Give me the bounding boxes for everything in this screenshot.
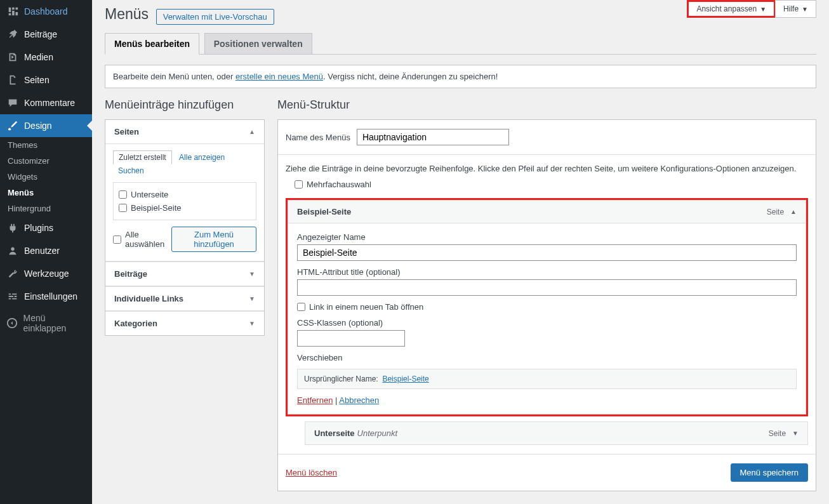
menu-item-unterseite: UnterseiteUnterpunkt Seite▼ bbox=[305, 421, 808, 445]
sidebar-item-pages[interactable]: Seiten bbox=[0, 69, 92, 91]
tab-manage-positions[interactable]: Positionen verwalten bbox=[204, 33, 312, 54]
add-to-menu-button[interactable]: Zum Menü hinzufügen bbox=[171, 227, 256, 252]
drag-instruction: Ziehe die Einträge in deine bevorzugte R… bbox=[286, 164, 808, 173]
caret-down-icon: ▼ bbox=[802, 6, 808, 13]
title-attr-label: HTML-Attribut title (optional) bbox=[297, 267, 797, 277]
sidebar-sub-themes[interactable]: Themes bbox=[0, 137, 92, 153]
sidebar-item-plugins[interactable]: Plugins bbox=[0, 216, 92, 239]
caret-down-icon: ▼ bbox=[249, 270, 255, 277]
label: Beiträge bbox=[24, 29, 57, 39]
tab-search[interactable]: Suchen bbox=[113, 164, 149, 177]
wrench-icon bbox=[6, 267, 19, 280]
main-content: Ansicht anpassen▼ Hilfe▼ Menüs Verwalten… bbox=[92, 0, 829, 504]
accordion-categories-header[interactable]: Kategorien▼ bbox=[105, 311, 264, 335]
label: Kommentare bbox=[24, 98, 75, 108]
menu-name-label: Name des Menüs bbox=[286, 133, 350, 142]
sidebar-collapse[interactable]: Menü einklappen bbox=[0, 308, 92, 338]
caret-down-icon: ▼ bbox=[760, 6, 766, 13]
menu-item-handle[interactable]: Beispiel-Seite Seite▲ bbox=[288, 200, 806, 223]
brush-icon bbox=[6, 119, 19, 132]
label: Seiten bbox=[24, 75, 50, 85]
menu-name-input[interactable] bbox=[357, 129, 509, 145]
accordion-custom-links-header[interactable]: Individuelle Links▼ bbox=[105, 286, 264, 311]
plug-icon bbox=[6, 222, 19, 234]
page-checklist: Unterseite Beispiel-Seite bbox=[113, 182, 256, 220]
sidebar-item-tools[interactable]: Werkzeuge bbox=[0, 262, 92, 285]
caret-down-icon: ▼ bbox=[249, 295, 255, 302]
css-classes-label: CSS-Klassen (optional) bbox=[297, 318, 797, 328]
menu-edit-panel: Name des Menüs Ziehe die Einträge in dei… bbox=[277, 119, 816, 491]
new-tab-checkbox[interactable] bbox=[297, 303, 305, 311]
label: Einstellungen bbox=[24, 291, 77, 302]
delete-menu-link[interactable]: Menü löschen bbox=[286, 468, 337, 477]
caret-up-icon: ▲ bbox=[249, 128, 255, 135]
original-link[interactable]: Beispiel-Seite bbox=[382, 375, 428, 383]
page-title: Menüs bbox=[105, 0, 149, 25]
sidebar-item-media[interactable]: Medien bbox=[0, 46, 92, 69]
collapse-icon bbox=[6, 317, 18, 329]
menu-footer: Menü löschen Menü speichern bbox=[278, 454, 816, 491]
sidebar-sub-customizer[interactable]: Customizer bbox=[0, 153, 92, 169]
dashboard-icon bbox=[6, 5, 19, 18]
label: Design bbox=[24, 121, 52, 131]
menu-structure-column: Menü-Struktur Name des Menüs Ziehe die E… bbox=[277, 98, 816, 491]
tab-edit-menus[interactable]: Menüs bearbeiten bbox=[105, 33, 199, 55]
remove-item-link[interactable]: Entfernen bbox=[297, 395, 333, 405]
select-all-checkbox[interactable] bbox=[113, 235, 121, 244]
menu-header: Name des Menüs bbox=[278, 120, 816, 155]
cancel-link[interactable]: Abbrechen bbox=[339, 395, 379, 405]
add-items-heading: Menüeinträge hinzufügen bbox=[105, 98, 265, 112]
sidebar-item-posts[interactable]: Beiträge bbox=[0, 23, 92, 46]
label: Medien bbox=[24, 52, 53, 62]
tab-all[interactable]: Alle anzeigen bbox=[174, 151, 230, 164]
label: Menü einklappen bbox=[23, 313, 86, 333]
live-preview-button[interactable]: Verwalten mit Live-Vorschau bbox=[156, 9, 274, 25]
sidebar-item-comments[interactable]: Kommentare bbox=[0, 91, 92, 114]
caret-down-icon: ▼ bbox=[792, 430, 799, 437]
screen-meta: Ansicht anpassen▼ Hilfe▼ bbox=[687, 0, 816, 18]
caret-down-icon: ▼ bbox=[249, 320, 255, 327]
original-name-box: Ursprünglicher Name: Beispiel-Seite bbox=[297, 369, 797, 389]
page-checkbox-unterseite[interactable] bbox=[119, 190, 127, 199]
caret-up-icon: ▲ bbox=[790, 208, 797, 215]
sidebar-item-design[interactable]: Design bbox=[0, 114, 92, 137]
nav-label-label: Angezeigter Name bbox=[297, 232, 797, 242]
move-label: Verschieben bbox=[297, 353, 797, 362]
accordion-posts-header[interactable]: Beiträge▼ bbox=[105, 262, 264, 286]
admin-sidebar: Dashboard Beiträge Medien Seiten Komment… bbox=[0, 0, 92, 504]
label: Werkzeuge bbox=[24, 269, 69, 279]
accordion-pages-header[interactable]: Seiten▲ bbox=[105, 120, 264, 144]
tab-recent[interactable]: Zuletzt erstellt bbox=[113, 150, 172, 164]
pin-icon bbox=[6, 28, 19, 41]
label: Plugins bbox=[24, 223, 53, 233]
menu-item-beispiel: Beispiel-Seite Seite▲ Angezeigter Name H… bbox=[286, 198, 808, 416]
add-items-column: Menüeinträge hinzufügen Seiten▲ Zuletzt … bbox=[105, 98, 265, 491]
info-notice: Bearbeite dein Menü unten, oder erstelle… bbox=[105, 65, 816, 88]
sidebar-item-users[interactable]: Benutzer bbox=[0, 239, 92, 262]
bulk-select-checkbox[interactable] bbox=[295, 180, 303, 189]
sidebar-sub-menus[interactable]: Menüs bbox=[0, 185, 92, 201]
help-button[interactable]: Hilfe▼ bbox=[775, 0, 816, 18]
sidebar-sub-widgets[interactable]: Widgets bbox=[0, 169, 92, 185]
label: Benutzer bbox=[24, 246, 60, 256]
nav-label-input[interactable] bbox=[297, 244, 797, 261]
page-checkbox-beispiel[interactable] bbox=[119, 204, 127, 212]
save-menu-button[interactable]: Menü speichern bbox=[731, 463, 809, 482]
sliders-icon bbox=[6, 290, 19, 303]
user-icon bbox=[6, 244, 19, 257]
accordion-pages-body: Zuletzt erstellt Alle anzeigen Suchen Un… bbox=[105, 144, 264, 262]
page-icon bbox=[6, 74, 19, 86]
menu-item-handle[interactable]: UnterseiteUnterpunkt Seite▼ bbox=[305, 421, 808, 445]
sidebar-item-dashboard[interactable]: Dashboard bbox=[0, 0, 92, 23]
css-classes-input[interactable] bbox=[297, 330, 405, 347]
sidebar-sub-background[interactable]: Hintergrund bbox=[0, 201, 92, 216]
menu-item-settings: Angezeigter Name HTML-Attribut title (op… bbox=[288, 223, 806, 414]
sidebar-item-settings[interactable]: Einstellungen bbox=[0, 285, 92, 308]
create-menu-link[interactable]: erstelle ein neues Menü bbox=[235, 72, 323, 81]
title-attr-input[interactable] bbox=[297, 279, 797, 296]
media-icon bbox=[6, 51, 19, 63]
screen-options-button[interactable]: Ansicht anpassen▼ bbox=[687, 0, 776, 18]
label: Dashboard bbox=[24, 6, 68, 17]
comment-icon bbox=[6, 96, 19, 109]
accordion: Seiten▲ Zuletzt erstellt Alle anzeigen S… bbox=[105, 119, 265, 336]
